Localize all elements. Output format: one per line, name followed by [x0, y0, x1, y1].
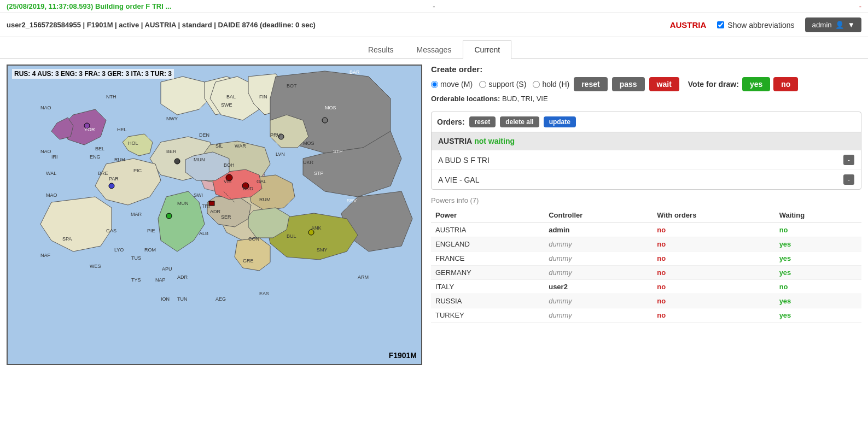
map-phase: F1901M	[389, 351, 417, 360]
tab-current[interactable]: Current	[463, 40, 511, 59]
radio-move-input[interactable]	[431, 81, 438, 88]
power-cell: TURKEY	[431, 308, 544, 323]
svg-text:CON: CON	[248, 236, 259, 242]
order-remove-button-2[interactable]: -	[843, 174, 854, 185]
create-order-section: Create order: move (M) support (S) hold …	[431, 65, 861, 105]
svg-text:BUL: BUL	[287, 233, 296, 239]
power-cell: RUSSIA	[431, 294, 544, 308]
svg-text:MUN: MUN	[177, 201, 189, 206]
svg-text:STP: STP	[333, 149, 343, 154]
radio-support[interactable]: support (S)	[479, 80, 526, 89]
dropdown-icon: ▼	[848, 21, 855, 29]
svg-text:EAS: EAS	[259, 291, 269, 296]
user-info: user2_1565728584955 | F1901M | active | …	[7, 21, 659, 29]
waiting-cell: yes	[775, 294, 861, 308]
controller-cell: dummy	[544, 308, 653, 323]
svg-text:SER: SER	[221, 214, 231, 220]
svg-text:BOH: BOH	[224, 162, 235, 168]
svg-point-32	[166, 213, 172, 219]
tab-messages[interactable]: Messages	[405, 40, 463, 59]
svg-rect-28	[209, 201, 214, 206]
orders-country: AUSTRIA	[438, 137, 472, 145]
waiting-cell: yes	[775, 251, 861, 266]
radio-hold[interactable]: hold (H)	[533, 80, 569, 89]
vote-yes-button[interactable]: yes	[742, 77, 770, 91]
waiting-cell: yes	[775, 308, 861, 323]
wait-button[interactable]: wait	[649, 77, 679, 91]
order-remove-button-1[interactable]: -	[843, 155, 854, 165]
svg-point-34	[322, 118, 328, 123]
svg-text:GAS: GAS	[106, 228, 116, 233]
svg-text:UKR: UKR	[303, 160, 314, 165]
col-power: Power	[431, 208, 544, 223]
show-abbreviations-label: Show abbreviations	[727, 21, 794, 30]
svg-text:IRI: IRI	[51, 154, 58, 160]
map-container: RUS: 4 AUS: 3 ENG: 3 FRA: 3 GER: 3 ITA: …	[7, 65, 422, 365]
orders-update-button[interactable]: update	[544, 116, 576, 127]
powers-row: ITALY user2 no no	[431, 280, 861, 294]
radio-move-label: move (M)	[440, 80, 473, 89]
radio-support-input[interactable]	[479, 81, 486, 88]
svg-text:SWE: SWE	[221, 102, 232, 108]
pass-button[interactable]: pass	[612, 77, 645, 91]
with-orders-cell: no	[653, 251, 774, 266]
admin-button[interactable]: admin 👤 ▼	[805, 17, 861, 32]
powers-info-title: Powers info (7)	[431, 196, 861, 204]
svg-text:ADR: ADR	[210, 209, 221, 214]
svg-text:WAR: WAR	[235, 143, 246, 149]
svg-text:MOS: MOS	[303, 141, 314, 146]
orders-reset-button[interactable]: reset	[469, 116, 496, 127]
radio-move[interactable]: move (M)	[431, 80, 473, 89]
radio-hold-label: hold (H)	[542, 80, 569, 89]
svg-text:NWY: NWY	[166, 116, 178, 121]
svg-text:ALB: ALB	[199, 231, 208, 236]
orders-status-text: not waiting	[474, 137, 515, 145]
create-order-reset-button[interactable]: reset	[574, 77, 607, 91]
orders-delete-all-button[interactable]: delete all	[500, 116, 539, 127]
vote-for-draw-section: Vote for draw: yes no	[688, 77, 799, 91]
powers-row: RUSSIA dummy no yes	[431, 294, 861, 308]
show-abbreviations-checkbox[interactable]	[717, 21, 724, 28]
svg-text:PRU: PRU	[270, 132, 281, 138]
radio-hold-input[interactable]	[533, 81, 540, 88]
vote-for-draw-label: Vote for draw:	[688, 80, 739, 89]
show-abbreviations-control: Show abbreviations	[717, 21, 794, 30]
waiting-cell: no	[775, 280, 861, 294]
power-cell: ENGLAND	[431, 237, 544, 251]
svg-text:NAF: NAF	[40, 253, 51, 258]
svg-text:BAL: BAL	[226, 94, 236, 99]
orderable-label: Orderable locations:	[431, 95, 500, 103]
svg-text:ENG: ENG	[90, 154, 101, 160]
svg-text:SWI: SWI	[194, 192, 203, 198]
svg-text:ADR: ADR	[177, 274, 188, 280]
right-panel: Create order: move (M) support (S) hold …	[431, 65, 861, 365]
waiting-cell: yes	[775, 266, 861, 280]
controller-cell: dummy	[544, 237, 653, 251]
vote-no-button[interactable]: no	[773, 77, 798, 91]
with-orders-cell: no	[653, 280, 774, 294]
svg-text:BAR: BAR	[349, 69, 360, 75]
with-orders-cell: no	[653, 266, 774, 280]
svg-text:BRE: BRE	[98, 171, 108, 176]
powers-row: AUSTRIA admin no no	[431, 223, 861, 237]
svg-text:RUH: RUH	[114, 157, 125, 162]
svg-text:ROM: ROM	[144, 247, 156, 253]
svg-text:VIE: VIE	[224, 179, 232, 184]
svg-text:LYO: LYO	[114, 247, 124, 253]
tab-results[interactable]: Results	[357, 40, 405, 59]
orders-box: Orders: reset delete all update AUSTRIA …	[431, 112, 861, 190]
controller-cell: user2	[544, 280, 653, 294]
order-type-group: move (M) support (S) hold (H)	[431, 80, 569, 89]
order-text-1: A BUD S F TRI	[438, 156, 490, 165]
powers-row: TURKEY dummy no yes	[431, 308, 861, 323]
order-row-1: A BUD S F TRI -	[432, 150, 861, 169]
radio-support-label: support (S)	[488, 80, 526, 89]
svg-text:YOR: YOR	[84, 127, 95, 132]
order-controls: move (M) support (S) hold (H) reset pass…	[431, 77, 861, 91]
svg-text:ARM: ARM	[358, 274, 369, 280]
svg-text:SPA: SPA	[62, 236, 72, 242]
notification-mid: -	[292, 0, 575, 13]
svg-text:ION: ION	[161, 296, 170, 302]
svg-text:LVN: LVN	[276, 151, 285, 157]
map-svg: NWY SWE FIN MOS NAO BER PAR PIC MUN BOH …	[8, 66, 422, 365]
